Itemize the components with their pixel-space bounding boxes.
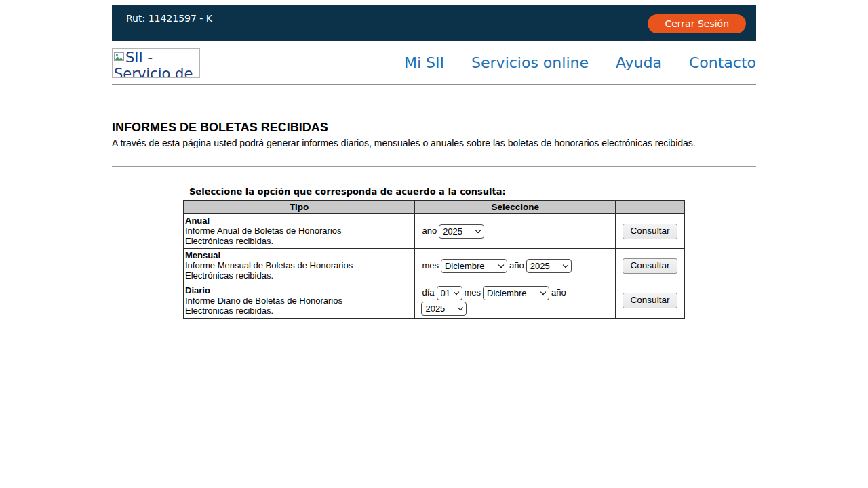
nav-item-contacto[interactable]: Contacto	[689, 54, 756, 71]
diario-month-select[interactable]: Diciembre	[483, 286, 549, 300]
nav-item-servicios-online[interactable]: Servicios online	[471, 54, 589, 71]
month-label: mes	[422, 260, 439, 270]
consultar-button-mensual[interactable]: Consultar	[623, 258, 678, 274]
rut-label: Rut: 11421597 - K	[126, 13, 212, 24]
consulta-table: Tipo Seleccione Anual Informe Anual de B…	[183, 200, 685, 319]
mensual-year-select[interactable]: 2025	[526, 259, 572, 273]
sii-logo-broken-image: SII - Servicio de	[112, 48, 200, 78]
tipo-cell-mensual: Mensual Informe Mensual de Boletas de Ho…	[184, 249, 415, 283]
consultar-button-anual[interactable]: Consultar	[623, 224, 678, 239]
nav-item-mi-sii[interactable]: Mi SII	[404, 54, 444, 71]
year-label: año	[509, 260, 524, 270]
column-header-action	[616, 201, 685, 214]
logout-button[interactable]: Cerrar Sesión	[648, 14, 746, 33]
site-header: SII - Servicio de Mi SII Servicios onlin…	[112, 41, 756, 84]
row-title: Anual	[185, 216, 412, 226]
table-header-row: Tipo Seleccione	[184, 201, 685, 214]
table-row-mensual: Mensual Informe Mensual de Boletas de Ho…	[184, 249, 685, 283]
row-title: Mensual	[185, 250, 412, 260]
tipo-cell-anual: Anual Informe Anual de Boletas de Honora…	[184, 214, 415, 249]
content-divider	[112, 166, 756, 167]
main-nav: Mi SII Servicios online Ayuda Contacto	[404, 54, 756, 71]
logo-alt-text: SII - Servicio de	[114, 49, 193, 78]
seleccione-cell-diario: día01mesDiciembreaño2025	[415, 283, 616, 319]
year-label: año	[551, 287, 566, 298]
diario-year-select[interactable]: 2025	[421, 302, 467, 316]
anual-year-select[interactable]: 2025	[439, 224, 484, 239]
page-title: INFORMES DE BOLETAS RECIBIDAS	[112, 121, 756, 135]
action-cell-mensual: Consultar	[616, 249, 685, 283]
action-cell-anual: Consultar	[616, 214, 685, 249]
month-label: mes	[465, 287, 481, 298]
page-container: Rut: 11421597 - K Cerrar Sesión SII - Se…	[112, 5, 756, 319]
broken-image-icon	[114, 52, 125, 62]
row-description: Informe Mensual de Boletas de Honorarios…	[185, 260, 363, 281]
nav-item-ayuda[interactable]: Ayuda	[616, 54, 662, 71]
action-cell-diario: Consultar	[616, 283, 685, 319]
year-label: año	[422, 226, 437, 236]
topbar: Rut: 11421597 - K Cerrar Sesión	[112, 5, 756, 41]
table-row-diario: Diario Informe Diario de Boletas de Hono…	[184, 283, 685, 319]
row-description: Informe Diario de Boletas de Honorarios …	[185, 296, 363, 316]
page-description: A través de esta página usted podrá gene…	[112, 137, 756, 149]
row-title: Diario	[185, 285, 412, 296]
diario-day-select[interactable]: 01	[437, 286, 462, 300]
row-description: Informe Anual de Boletas de Honorarios E…	[185, 226, 363, 246]
consultar-button-diario[interactable]: Consultar	[623, 293, 678, 308]
day-label: día	[422, 287, 434, 298]
column-header-seleccione: Seleccione	[415, 201, 616, 214]
tipo-cell-diario: Diario Informe Diario de Boletas de Hono…	[184, 283, 415, 319]
table-row-anual: Anual Informe Anual de Boletas de Honora…	[184, 214, 685, 249]
header-divider	[112, 84, 756, 85]
seleccione-cell-anual: año2025	[415, 214, 616, 249]
seleccione-cell-mensual: mesDiciembreaño2025	[415, 249, 616, 283]
column-header-tipo: Tipo	[184, 201, 415, 214]
consulta-caption: Seleccione la opción que corresponda de …	[189, 186, 756, 197]
mensual-month-select[interactable]: Diciembre	[441, 259, 507, 273]
sii-logo-link[interactable]: SII - Servicio de	[112, 48, 200, 78]
